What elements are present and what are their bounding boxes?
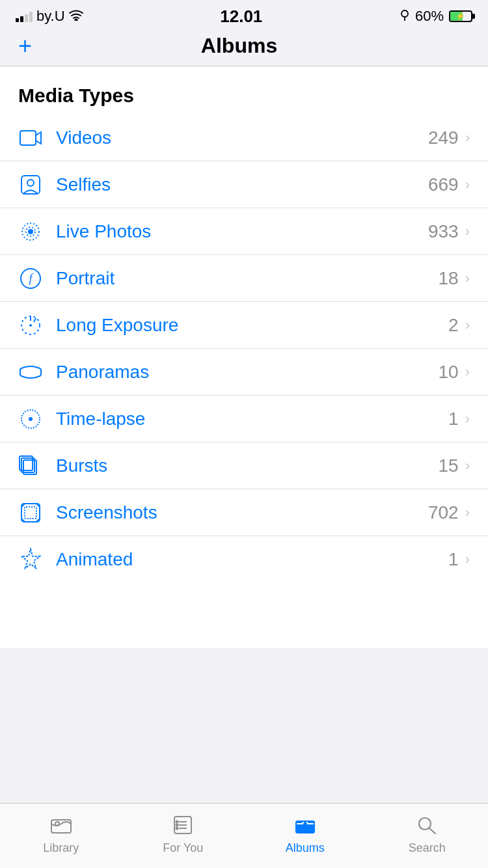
svg-point-25 [55, 822, 59, 826]
status-right: 60% ⚡ [400, 8, 472, 25]
tab-albums[interactable]: Albums [244, 804, 366, 861]
status-left: by.U [16, 8, 83, 25]
list-item-animated[interactable]: Animated 1 › [0, 536, 488, 583]
svg-rect-2 [20, 131, 36, 145]
item-label-screenshots: Screenshots [51, 502, 428, 523]
chevron-icon-panoramas: › [465, 364, 470, 381]
video-icon [18, 126, 51, 150]
chevron-icon-animated: › [465, 551, 470, 568]
svg-text:f: f [29, 272, 34, 285]
list-item-panoramas[interactable]: Panoramas 10 › [0, 349, 488, 396]
svg-point-30 [176, 821, 178, 823]
item-label-long-exposure: Long Exposure [51, 315, 448, 336]
svg-point-31 [176, 824, 178, 826]
svg-rect-33 [296, 821, 314, 833]
item-count-live-photos: 933 [428, 221, 459, 242]
item-label-panoramas: Panoramas [51, 362, 439, 383]
item-label-portrait: Portrait [51, 268, 439, 289]
item-count-videos: 249 [428, 128, 459, 148]
item-count-timelapse: 1 [448, 409, 459, 429]
item-label-bursts: Bursts [51, 455, 439, 476]
carrier-label: by.U [36, 8, 65, 25]
timelapse-icon [18, 407, 51, 431]
list-item-timelapse[interactable]: Time-lapse 1 › [0, 396, 488, 442]
list-item-videos[interactable]: Videos 249 › [0, 115, 488, 161]
svg-point-17 [29, 417, 33, 421]
status-bar: by.U 12.01 60% ⚡ [0, 0, 488, 29]
add-album-button[interactable]: + [18, 34, 32, 58]
svg-point-1 [401, 10, 408, 17]
item-count-animated: 1 [448, 549, 459, 570]
item-label-timelapse: Time-lapse [51, 409, 448, 429]
tab-label-search: Search [409, 841, 446, 855]
svg-point-11 [29, 324, 32, 327]
panorama-icon [18, 360, 51, 385]
item-label-animated: Animated [51, 549, 448, 570]
list-item-bursts[interactable]: Bursts 15 › [0, 442, 488, 489]
tab-label-albums: Albums [286, 841, 325, 855]
item-label-videos: Videos [51, 128, 428, 148]
battery-icon: ⚡ [449, 10, 472, 22]
svg-line-13 [34, 318, 36, 322]
item-label-selfies: Selfies [51, 174, 428, 195]
item-count-long-exposure: 2 [448, 315, 459, 336]
svg-rect-3 [21, 176, 40, 194]
wifi-icon [69, 9, 83, 24]
item-label-live-photos: Live Photos [51, 221, 428, 242]
bursts-icon [18, 454, 51, 478]
long-exposure-icon [18, 313, 51, 338]
tab-label-for-you: For You [163, 841, 203, 855]
animated-icon [18, 547, 51, 572]
svg-marker-23 [21, 549, 40, 568]
live-photos-icon [18, 219, 51, 244]
chevron-icon-portrait: › [465, 270, 470, 287]
item-count-bursts: 15 [439, 455, 459, 476]
tab-library[interactable]: Library [0, 804, 122, 861]
screenshot-icon [18, 500, 51, 525]
tab-bar: Library For You Albums [0, 803, 488, 868]
tab-search[interactable]: Search [366, 804, 489, 861]
list-item-selfies[interactable]: Selfies 669 › [0, 161, 488, 208]
chevron-icon-bursts: › [465, 457, 470, 474]
item-count-screenshots: 702 [428, 502, 459, 523]
battery-percent: 60% [415, 8, 444, 25]
chevron-icon-videos: › [465, 129, 470, 146]
chevron-icon-selfies: › [465, 176, 470, 193]
tab-label-library: Library [43, 841, 79, 855]
nav-bar: + Albums [0, 29, 488, 66]
location-icon [400, 8, 410, 25]
item-count-portrait: 18 [439, 268, 459, 289]
item-count-selfies: 669 [428, 174, 459, 195]
page-title: Albums [201, 34, 277, 58]
chevron-icon-live-photos: › [465, 223, 470, 240]
albums-tab-icon [295, 816, 316, 839]
chevron-icon-timelapse: › [465, 411, 470, 427]
for-you-tab-icon [172, 816, 193, 839]
signal-icon [16, 10, 33, 22]
svg-point-7 [29, 230, 33, 234]
portrait-icon: f [18, 266, 51, 291]
library-tab-icon [51, 816, 72, 839]
svg-point-0 [75, 19, 77, 21]
media-types-header: Media Types [0, 66, 488, 115]
svg-point-32 [176, 828, 178, 830]
search-tab-icon [417, 816, 437, 839]
tab-for-you[interactable]: For You [122, 804, 245, 861]
svg-line-36 [429, 828, 435, 834]
svg-point-4 [27, 180, 34, 186]
list-item-portrait[interactable]: f Portrait 18 › [0, 255, 488, 302]
chevron-icon-long-exposure: › [465, 317, 470, 334]
list-item-long-exposure[interactable]: Long Exposure 2 › [0, 302, 488, 349]
chevron-icon-screenshots: › [465, 504, 470, 521]
selfie-icon [18, 172, 51, 197]
item-count-panoramas: 10 [439, 362, 459, 383]
content-area: Media Types Videos 249 › Selfies 669 › [0, 66, 488, 648]
list-item-live-photos[interactable]: Live Photos 933 › [0, 208, 488, 255]
list-item-screenshots[interactable]: Screenshots 702 › [0, 489, 488, 536]
svg-rect-22 [25, 507, 36, 519]
status-time: 12.01 [220, 7, 262, 27]
